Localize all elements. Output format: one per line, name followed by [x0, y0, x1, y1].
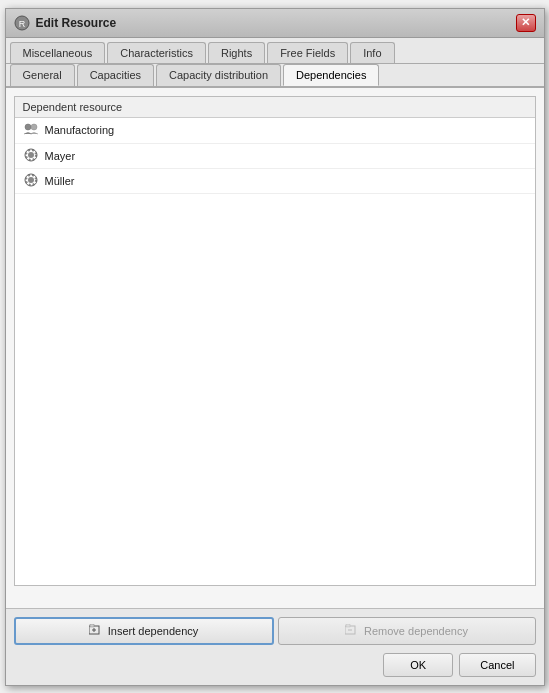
svg-point-2: [25, 124, 31, 130]
list-item-label: Mayer: [45, 150, 76, 162]
ok-button[interactable]: OK: [383, 653, 453, 677]
tab-characteristics[interactable]: Characteristics: [107, 42, 206, 63]
svg-text:R: R: [18, 19, 25, 29]
tabs-row1: Miscellaneous Characteristics Rights Fre…: [6, 38, 544, 64]
gear-icon: [23, 172, 39, 190]
list-item-label: Manufactoring: [45, 124, 115, 136]
insert-dependency-button[interactable]: Insert dependency: [14, 617, 274, 645]
title-bar: R Edit Resource ✕: [6, 9, 544, 38]
remove-icon: [345, 624, 359, 638]
close-button[interactable]: ✕: [516, 14, 536, 32]
edit-resource-window: R Edit Resource ✕ Miscellaneous Characte…: [5, 8, 545, 686]
dependencies-list-panel: Dependent resource Manufactoring: [14, 96, 536, 586]
tab-rights[interactable]: Rights: [208, 42, 265, 63]
svg-rect-13: [90, 624, 94, 627]
tabs-row2: General Capacities Capacity distribution…: [6, 64, 544, 88]
svg-point-3: [31, 124, 37, 130]
svg-point-4: [28, 152, 34, 158]
remove-dependency-button[interactable]: Remove dependency: [278, 617, 536, 645]
tab-capacity-distribution[interactable]: Capacity distribution: [156, 64, 281, 86]
list-item-label: Müller: [45, 175, 75, 187]
content-area: Dependent resource Manufactoring: [6, 88, 544, 608]
app-icon: R: [14, 15, 30, 31]
svg-point-7: [28, 177, 34, 183]
cancel-button[interactable]: Cancel: [459, 653, 535, 677]
tab-info[interactable]: Info: [350, 42, 394, 63]
action-buttons: Insert dependency Remove dependency: [14, 617, 536, 645]
tab-free-fields[interactable]: Free Fields: [267, 42, 348, 63]
gear-icon: [23, 147, 39, 165]
title-bar-left: R Edit Resource: [14, 15, 117, 31]
list-item[interactable]: Mayer: [15, 144, 535, 169]
tab-miscellaneous[interactable]: Miscellaneous: [10, 42, 106, 63]
list-item[interactable]: Müller: [15, 169, 535, 194]
tab-capacities[interactable]: Capacities: [77, 64, 154, 86]
list-item[interactable]: Manufactoring: [15, 118, 535, 144]
group-icon: [23, 121, 39, 140]
window-title: Edit Resource: [36, 16, 117, 30]
list-header: Dependent resource: [15, 97, 535, 118]
insert-dependency-label: Insert dependency: [108, 625, 199, 637]
bottom-bar: Insert dependency Remove dependency OK C…: [6, 608, 544, 685]
dialog-buttons: OK Cancel: [14, 653, 536, 677]
tab-general[interactable]: General: [10, 64, 75, 86]
tab-dependencies[interactable]: Dependencies: [283, 64, 379, 86]
svg-rect-16: [346, 624, 350, 627]
remove-dependency-label: Remove dependency: [364, 625, 468, 637]
insert-icon: [89, 624, 103, 638]
